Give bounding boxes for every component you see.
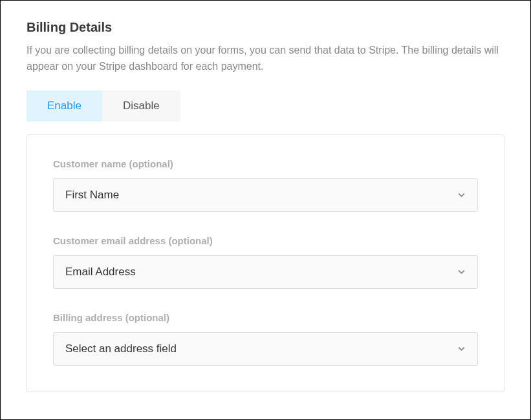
billing-address-label: Billing address (optional) <box>53 312 478 323</box>
customer-email-group: Customer email address (optional) Email … <box>53 235 478 289</box>
customer-name-select-wrapper: First Name <box>53 178 478 212</box>
section-title: Billing Details <box>27 20 504 35</box>
customer-email-select-wrapper: Email Address <box>53 255 478 289</box>
customer-email-label: Customer email address (optional) <box>53 235 478 246</box>
section-description: If you are collecting billing details on… <box>27 43 504 75</box>
billing-details-section: Billing Details If you are collecting bi… <box>0 0 531 420</box>
customer-name-select[interactable]: First Name <box>53 178 478 212</box>
customer-name-label: Customer name (optional) <box>53 158 478 169</box>
billing-form-panel: Customer name (optional) First Name Cust… <box>27 134 504 392</box>
customer-name-group: Customer name (optional) First Name <box>53 158 478 212</box>
billing-address-select[interactable]: Select an address field <box>53 332 478 366</box>
customer-email-select[interactable]: Email Address <box>53 255 478 289</box>
enable-button[interactable]: Enable <box>27 90 102 121</box>
billing-address-group: Billing address (optional) Select an add… <box>53 312 478 366</box>
enable-disable-toggle: Enable Disable <box>27 90 504 121</box>
billing-address-select-wrapper: Select an address field <box>53 332 478 366</box>
disable-button[interactable]: Disable <box>102 90 180 121</box>
